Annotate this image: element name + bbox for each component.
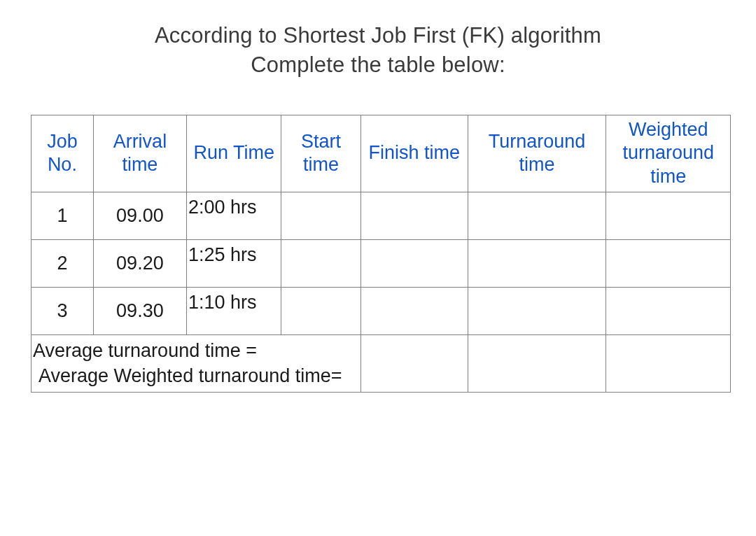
cell-arrival: 09.00: [93, 192, 186, 239]
header-start: Start time: [281, 115, 360, 192]
table-row: 3 09.30 1:10 hrs: [31, 287, 731, 334]
cell-weighted: [606, 287, 731, 334]
avg-weighted-label: Average Weighted turnaround time=: [33, 363, 359, 388]
cell-arrival: 09.20: [93, 239, 186, 287]
avg-turnaround-label: Average turnaround time =: [33, 338, 359, 363]
cell-finish: [360, 239, 468, 287]
cell-finish: [360, 192, 468, 239]
cell-weighted: [606, 192, 731, 239]
cell-finish: [360, 287, 468, 334]
cell-turnaround: [468, 192, 606, 239]
cell-run: 1:25 hrs: [186, 239, 281, 287]
cell-job: 3: [31, 287, 94, 334]
footer-empty: [468, 334, 606, 392]
heading-line-2: Complete the table below:: [251, 52, 505, 77]
cell-arrival: 09.30: [93, 287, 186, 334]
cell-turnaround: [468, 287, 606, 334]
header-arrival: Arrival time: [93, 115, 186, 192]
cell-job: 1: [31, 192, 94, 239]
footer-cell: Average turnaround time = Average Weight…: [31, 334, 361, 392]
table-header-row: Job No. Arrival time Run Time Start time…: [31, 115, 731, 192]
header-turnaround: Turnaround time: [468, 115, 606, 192]
page: According to Shortest Job First (FK) alg…: [0, 0, 756, 536]
table-row: 2 09.20 1:25 hrs: [31, 239, 731, 287]
cell-turnaround: [468, 239, 606, 287]
cell-start: [281, 192, 360, 239]
heading-line-1: According to Shortest Job First (FK) alg…: [155, 23, 601, 48]
header-finish: Finish time: [360, 115, 468, 192]
footer-empty: [606, 334, 731, 392]
header-job-no: Job No.: [31, 115, 94, 192]
cell-run: 1:10 hrs: [186, 287, 281, 334]
page-title: According to Shortest Job First (FK) alg…: [28, 21, 728, 80]
footer-row: Average turnaround time = Average Weight…: [31, 334, 731, 392]
cell-start: [281, 287, 360, 334]
cell-start: [281, 239, 360, 287]
header-run: Run Time: [186, 115, 281, 192]
table-row: 1 09.00 2:00 hrs: [31, 192, 731, 239]
footer-empty: [360, 334, 468, 392]
cell-job: 2: [31, 239, 94, 287]
cell-weighted: [606, 239, 731, 287]
cell-run: 2:00 hrs: [186, 192, 281, 239]
header-weighted: Weighted turnaround time: [606, 115, 731, 192]
sjf-table: Job No. Arrival time Run Time Start time…: [31, 115, 731, 393]
